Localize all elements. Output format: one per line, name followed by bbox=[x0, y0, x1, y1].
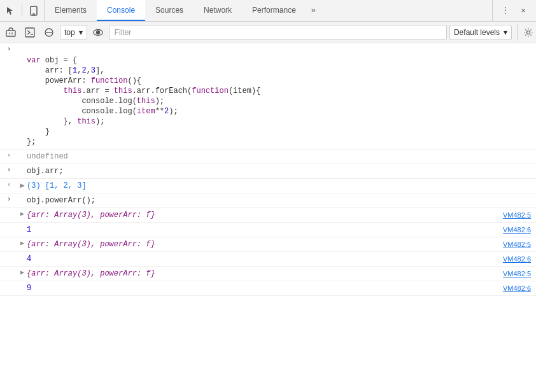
row-gutter-empty bbox=[0, 253, 18, 254]
tab-sources[interactable]: Sources bbox=[145, 0, 194, 21]
expand-obj2-button[interactable]: ▶ bbox=[18, 238, 27, 247]
execute-script-button[interactable] bbox=[22, 24, 38, 41]
cursor-inspect-icon[interactable] bbox=[5, 6, 15, 16]
row-gutter-empty bbox=[0, 223, 18, 225]
code-block: var obj = { arr: [1,2,3], powerArr: func… bbox=[27, 44, 536, 148]
table-row: ▶ {arr: Array(3), powerArr: f} VM482:5 bbox=[0, 267, 536, 281]
table-row: ▶ {arr: Array(3), powerArr: f} VM482:5 bbox=[0, 208, 536, 223]
expand-obj3-button[interactable]: ▶ bbox=[18, 267, 27, 276]
block-icon[interactable] bbox=[41, 24, 57, 41]
context-selector[interactable]: top ▾ bbox=[60, 25, 87, 40]
output-value: 4 bbox=[27, 253, 500, 265]
row-expand-placeholder bbox=[18, 282, 27, 283]
row-expand-placeholder bbox=[18, 223, 27, 225]
row-expand-placeholder bbox=[18, 253, 27, 254]
table-row: › var obj = { arr: [1,2,3], powerArr: fu… bbox=[0, 43, 536, 150]
table-row: › obj.powerArr(); bbox=[0, 193, 536, 208]
console-toolbar: top ▾ Filter Default levels ▾ bbox=[0, 22, 536, 43]
tab-elements[interactable]: Elements bbox=[45, 0, 97, 21]
table-row: 4 VM482:6 bbox=[0, 252, 536, 267]
live-expressions-button[interactable] bbox=[90, 24, 106, 41]
row-gutter-empty bbox=[0, 267, 18, 269]
tab-bar: Elements Console Sources Network Perform… bbox=[0, 0, 536, 22]
row-expand-placeholder bbox=[18, 165, 27, 166]
table-row: ‹ ▶ (3) [1, 2, 3] bbox=[0, 179, 536, 193]
output-value: {arr: Array(3), powerArr: f} bbox=[27, 238, 500, 251]
settings-button[interactable] bbox=[517, 24, 533, 41]
source-link[interactable]: VM482:5 bbox=[500, 238, 536, 251]
output-value: 1 bbox=[27, 223, 500, 236]
output-value: 9 bbox=[27, 282, 500, 295]
tab-network[interactable]: Network bbox=[194, 0, 242, 21]
row-expand-placeholder bbox=[18, 194, 27, 195]
tab-console[interactable]: Console bbox=[97, 0, 145, 21]
source-link[interactable]: VM482:5 bbox=[500, 267, 536, 280]
source-link[interactable]: VM482:5 bbox=[500, 209, 536, 221]
filter-input[interactable]: Filter bbox=[109, 25, 447, 40]
output-value: undefined bbox=[27, 150, 536, 163]
source-link[interactable]: VM482:6 bbox=[500, 282, 536, 295]
expand-obj1-button[interactable]: ▶ bbox=[18, 209, 27, 218]
more-tabs-button[interactable]: » bbox=[306, 0, 321, 21]
devtools-menu-button[interactable]: ⋮ bbox=[498, 3, 513, 18]
tab-performance[interactable]: Performance bbox=[242, 0, 306, 21]
row-gutter-input: › bbox=[0, 194, 18, 203]
row-gutter-empty bbox=[0, 209, 18, 210]
close-devtools-button[interactable]: ✕ bbox=[516, 3, 531, 18]
expand-array-button[interactable]: ▶ bbox=[18, 179, 27, 190]
log-levels-selector[interactable]: Default levels ▾ bbox=[449, 25, 512, 40]
row-gutter-output: ‹ bbox=[0, 150, 18, 159]
table-row: 9 VM482:6 bbox=[0, 281, 536, 296]
row-expand-placeholder bbox=[18, 150, 27, 151]
row-gutter-input: › bbox=[0, 165, 18, 174]
row-expand-placeholder bbox=[18, 44, 27, 45]
table-row: 1 VM482:6 bbox=[0, 223, 536, 237]
table-row: › obj.arr; bbox=[0, 164, 536, 179]
source-link[interactable]: VM482:6 bbox=[500, 223, 536, 236]
divider bbox=[22, 4, 22, 17]
devtools-icons bbox=[0, 0, 45, 21]
svg-rect-2 bbox=[6, 31, 15, 36]
svg-point-10 bbox=[96, 31, 99, 34]
mobile-icon[interactable] bbox=[29, 6, 39, 16]
tabs: Elements Console Sources Network Perform… bbox=[45, 0, 492, 21]
output-value: (3) [1, 2, 3] bbox=[27, 179, 536, 192]
input-value: obj.powerArr(); bbox=[27, 194, 536, 207]
row-gutter-input: › bbox=[0, 44, 18, 53]
output-value: {arr: Array(3), powerArr: f} bbox=[27, 209, 500, 221]
clear-console-button[interactable] bbox=[3, 24, 19, 41]
table-row: ▶ {arr: Array(3), powerArr: f} VM482:5 bbox=[0, 237, 536, 252]
output-value: {arr: Array(3), powerArr: f} bbox=[27, 267, 500, 280]
row-gutter-output: ‹ bbox=[0, 179, 18, 188]
source-link[interactable]: VM482:6 bbox=[500, 253, 536, 265]
table-row: ‹ undefined bbox=[0, 150, 536, 164]
row-gutter-empty bbox=[0, 238, 18, 239]
svg-point-11 bbox=[526, 31, 530, 34]
row-gutter-empty bbox=[0, 282, 18, 283]
input-value: obj.arr; bbox=[27, 165, 536, 178]
tab-bar-right: ⋮ ✕ bbox=[492, 0, 536, 21]
console-output: › var obj = { arr: [1,2,3], powerArr: fu… bbox=[0, 43, 536, 392]
